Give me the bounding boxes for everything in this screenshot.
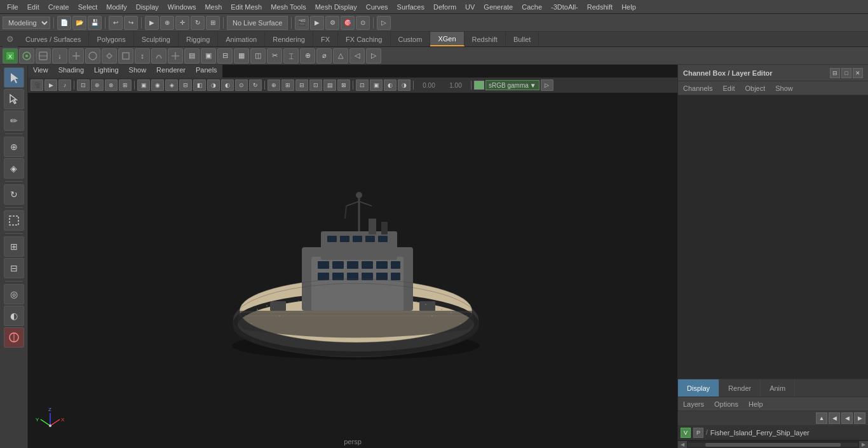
layers-menu-help[interactable]: Help <box>746 399 766 409</box>
xgen-icon-btn9[interactable]: ↕ <box>135 48 150 64</box>
menu-redshift[interactable]: Redshift <box>583 2 617 12</box>
vp-snap2-btn[interactable]: ⊕ <box>91 79 104 91</box>
mode-dropdown[interactable]: Modeling <box>3 17 50 29</box>
colorspace-btn[interactable]: sRGB gamma ▼ <box>485 80 539 90</box>
vp-film-btn[interactable]: ▶ <box>44 79 57 91</box>
xgen-icon-btn21[interactable]: △ <box>333 48 348 64</box>
xgen-icon-btn6[interactable] <box>85 48 100 64</box>
xgen-icon-btn5[interactable] <box>69 48 84 64</box>
vp-rotate-btn[interactable]: ↻ <box>249 79 262 91</box>
anim-circle-btn[interactable]: ⊙ <box>356 16 370 30</box>
ipr-btn[interactable]: ▶ <box>310 16 324 30</box>
extra-btn[interactable]: ▷ <box>377 16 391 30</box>
menu-3dtall[interactable]: -3DtoAll- <box>546 2 583 12</box>
xgen-icon-btn20[interactable]: ⌀ <box>316 48 332 64</box>
xgen-icon-btn1[interactable]: X <box>3 48 18 64</box>
vp-coord-x[interactable] <box>416 80 442 90</box>
vp-menu-show[interactable]: Show <box>124 65 152 78</box>
tab-custom[interactable]: Custom <box>391 32 431 46</box>
vp-snap4-btn[interactable]: ⊞ <box>119 79 132 91</box>
channel-box-resize-btn[interactable]: ⊟ <box>830 68 840 78</box>
visibility-btn[interactable]: ◐ <box>4 306 24 326</box>
xgen-side-btn[interactable] <box>4 327 24 348</box>
menu-generate[interactable]: Generate <box>479 2 517 12</box>
vp-light-btn[interactable]: ◑ <box>207 79 220 91</box>
vp-cam-btn[interactable]: ⊡ <box>356 79 369 91</box>
layers-menu-options[interactable]: Options <box>712 399 741 409</box>
menu-edit-mesh[interactable]: Edit Mesh <box>226 2 266 12</box>
save-scene-btn[interactable]: 💾 <box>88 16 102 30</box>
xgen-icon-btn12[interactable]: ▤ <box>184 48 200 64</box>
scroll-right-arrow[interactable]: ▶ <box>859 441 868 449</box>
select-tool[interactable] <box>4 67 24 88</box>
vp-snap-btn[interactable]: ⊡ <box>77 79 90 91</box>
vp-menu-view[interactable]: View <box>28 65 53 78</box>
layer-v-btn[interactable]: V <box>681 428 691 438</box>
menu-file[interactable]: File <box>3 2 23 12</box>
vp-coord-y[interactable] <box>443 80 468 90</box>
scroll-left-arrow[interactable]: ◀ <box>678 441 687 449</box>
vp-audio-btn[interactable]: ♪ <box>58 79 71 91</box>
open-scene-btn[interactable]: 📂 <box>72 16 86 30</box>
vp-shadow-btn[interactable]: ◐ <box>221 79 234 91</box>
select-rect-tool[interactable] <box>4 210 24 231</box>
vp-world-btn[interactable]: ◐ <box>384 79 397 91</box>
paint-tool[interactable]: ✏ <box>4 111 24 131</box>
vp-display-btn[interactable]: ◈ <box>165 79 178 91</box>
vp-menu-shading[interactable]: Shading <box>53 65 89 78</box>
xgen-icon-btn7[interactable] <box>102 48 117 64</box>
vp-hud-btn[interactable]: ▤ <box>323 79 336 91</box>
rotate-tool-btn[interactable]: ↻ <box>191 16 205 30</box>
new-scene-btn[interactable]: 📄 <box>57 16 71 30</box>
display-tab-display[interactable]: Display <box>678 379 719 397</box>
lasso-tool-btn[interactable]: ⊕ <box>160 16 174 30</box>
channel-box-float-btn[interactable]: □ <box>841 68 851 78</box>
grid-tool-btn[interactable]: ⊟ <box>4 258 24 278</box>
layers-menu-layers[interactable]: Layers <box>681 399 707 409</box>
menu-cache[interactable]: Cache <box>517 2 546 12</box>
live-surface-btn[interactable]: No Live Surface <box>227 16 288 30</box>
layer-next-btn[interactable]: ▶ <box>854 412 865 424</box>
menu-curves[interactable]: Curves <box>362 2 393 12</box>
vp-texture-btn[interactable]: ◧ <box>193 79 206 91</box>
scroll-track[interactable] <box>688 443 858 447</box>
xgen-icon-btn2[interactable] <box>19 48 34 64</box>
vp-menu-lighting[interactable]: Lighting <box>89 65 124 78</box>
xgen-icon-btn8[interactable] <box>118 48 133 64</box>
move-pivot-tool[interactable]: ⊕ <box>4 137 24 157</box>
xgen-icon-btn23[interactable]: ▷ <box>366 48 381 64</box>
menu-mesh[interactable]: Mesh <box>200 2 226 12</box>
tab-fx[interactable]: FX <box>313 32 338 46</box>
vp-aa-btn[interactable]: ⊡ <box>309 79 322 91</box>
scroll-thumb[interactable] <box>705 443 841 447</box>
vp-xray-btn[interactable]: ⊙ <box>235 79 248 91</box>
component-editor-btn[interactable]: ⊞ <box>4 236 24 257</box>
vp-menu-renderer[interactable]: Renderer <box>151 65 191 78</box>
menu-mesh-display[interactable]: Mesh Display <box>311 2 362 12</box>
vp-gate-btn[interactable]: ⊠ <box>337 79 350 91</box>
ch-menu-edit[interactable]: Edit <box>720 83 737 93</box>
menu-uv[interactable]: UV <box>461 2 479 12</box>
menu-surfaces[interactable]: Surfaces <box>393 2 429 12</box>
scale-tool-btn[interactable]: ⊞ <box>206 16 220 30</box>
xgen-icon-btn3[interactable] <box>36 48 51 64</box>
vp-obj-btn[interactable]: ▣ <box>370 79 383 91</box>
layer-add-btn[interactable]: ▲ <box>816 412 827 424</box>
multi-select-tool[interactable] <box>4 89 24 109</box>
menu-select[interactable]: Select <box>74 2 102 12</box>
render-settings-btn[interactable]: ⚙ <box>325 16 339 30</box>
tab-bullet[interactable]: Bullet <box>506 32 539 46</box>
menu-windows[interactable]: Windows <box>163 2 201 12</box>
tab-animation[interactable]: Animation <box>218 32 265 46</box>
menu-edit[interactable]: Edit <box>23 2 44 12</box>
layer-prev-btn[interactable]: ◀ <box>829 412 840 424</box>
tab-polygons[interactable]: Polygons <box>89 32 133 46</box>
vp-loc-btn[interactable]: ◑ <box>398 79 410 91</box>
xgen-icon-btn14[interactable]: ⊟ <box>217 48 233 64</box>
tab-redshift[interactable]: Redshift <box>465 32 506 46</box>
viewport[interactable]: View Shading Lighting Show Renderer Pane… <box>28 65 677 448</box>
vp-res-btn[interactable]: ⊟ <box>295 79 308 91</box>
layer-p-btn[interactable]: P <box>693 428 703 438</box>
settings-icon[interactable]: ⚙ <box>3 32 18 47</box>
menu-deform[interactable]: Deform <box>429 2 461 12</box>
